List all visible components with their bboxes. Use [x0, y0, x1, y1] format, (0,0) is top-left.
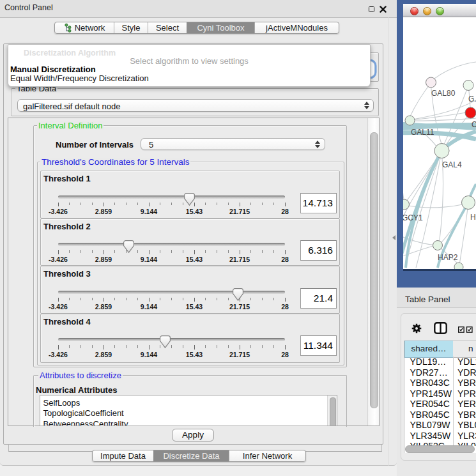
svg-text:H: H — [470, 213, 476, 222]
svg-text:GAL4: GAL4 — [442, 160, 462, 169]
svg-text:C: C — [472, 120, 476, 129]
svg-text:GCY1: GCY1 — [403, 213, 423, 222]
svg-text:G.: G. — [468, 95, 476, 104]
svg-text:GAL11: GAL11 — [411, 128, 434, 137]
svg-text:GAL80: GAL80 — [431, 89, 456, 98]
svg-text:HAP2: HAP2 — [438, 253, 458, 262]
